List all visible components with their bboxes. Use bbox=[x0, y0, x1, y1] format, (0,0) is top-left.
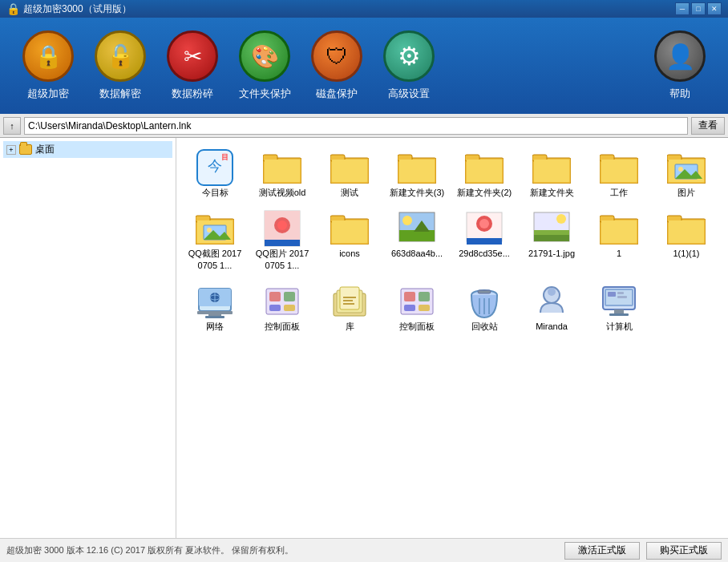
file-grid: 今 目 今目标 测试视频old bbox=[183, 144, 722, 336]
title-bar-left: 🔒 超级加密3000（试用版） bbox=[6, 2, 131, 16]
list-item[interactable]: QQ图片 20170705 1... bbox=[250, 205, 314, 275]
file-name: 回收站 bbox=[471, 321, 498, 332]
list-item[interactable]: 测试 bbox=[317, 144, 382, 202]
list-item[interactable]: Miranda bbox=[520, 278, 584, 336]
minimize-button[interactable]: ─ bbox=[675, 2, 690, 15]
folder-icon-111 bbox=[667, 209, 706, 248]
toolbar-item-folder-protect[interactable]: 🎨 文件夹保护 bbox=[233, 30, 297, 101]
toolbar-item-encrypt[interactable]: 🔒 超级加密 bbox=[16, 30, 80, 101]
list-item[interactable]: 21791-1.jpg bbox=[520, 205, 584, 275]
svg-rect-96 bbox=[617, 292, 624, 294]
library-icon bbox=[330, 282, 369, 321]
status-text: 超级加密 3000 版本 12.16 (C) 2017 版权所有 夏冰软件。 保… bbox=[6, 544, 293, 556]
close-button[interactable]: ✕ bbox=[707, 2, 722, 15]
svg-point-43 bbox=[402, 216, 412, 225]
list-item[interactable]: QQ截图 20170705 1... bbox=[183, 205, 247, 275]
control-panel-icon bbox=[263, 282, 301, 321]
list-item[interactable]: 新建文件夹 bbox=[520, 144, 584, 202]
svg-rect-63 bbox=[208, 311, 221, 316]
svg-rect-87 bbox=[478, 290, 491, 293]
toolbar-item-help[interactable]: 👤 帮助 bbox=[648, 30, 712, 101]
list-item[interactable]: 29d8cd35e... bbox=[452, 205, 516, 275]
window-controls: ─ □ ✕ bbox=[675, 2, 722, 15]
folder-icon-pictures bbox=[667, 148, 706, 187]
address-input[interactable] bbox=[24, 117, 688, 135]
folder-icon-1 bbox=[600, 209, 638, 248]
image-icon-29d bbox=[465, 209, 504, 248]
file-name: 网络 bbox=[206, 321, 224, 332]
list-item[interactable]: 1(1)(1) bbox=[654, 205, 718, 275]
list-item[interactable]: 工作 bbox=[587, 144, 651, 202]
list-item[interactable]: 1 bbox=[587, 205, 651, 275]
tree-expand-icon[interactable]: + bbox=[6, 145, 16, 155]
svg-rect-68 bbox=[269, 292, 281, 301]
image-icon-qqimg bbox=[263, 209, 301, 248]
svg-rect-71 bbox=[284, 305, 295, 311]
computer-icon bbox=[600, 282, 638, 321]
svg-rect-79 bbox=[404, 292, 415, 301]
svg-rect-92 bbox=[614, 309, 624, 313]
toolbar-label-decrypt: 数据解密 bbox=[99, 87, 141, 101]
folder-icon-new2 bbox=[465, 148, 504, 187]
file-name: QQ截图 20170705 1... bbox=[187, 248, 243, 271]
svg-rect-69 bbox=[284, 292, 295, 301]
maximize-button[interactable]: □ bbox=[691, 2, 706, 15]
file-name: 新建文件夹 bbox=[530, 187, 574, 198]
list-item[interactable]: 计算机 bbox=[587, 278, 651, 336]
tree-item-desktop[interactable]: + 桌面 bbox=[3, 141, 172, 158]
nav-back-button[interactable]: ↑ bbox=[3, 117, 21, 135]
file-name: 控制面板 bbox=[399, 321, 435, 332]
status-buttons: 激活正式版 购买正式版 bbox=[564, 542, 722, 560]
buy-button[interactable]: 购买正式版 bbox=[646, 542, 722, 560]
svg-rect-40 bbox=[332, 220, 367, 243]
list-item[interactable]: 今 目 今目标 bbox=[183, 144, 247, 202]
list-item[interactable]: icons bbox=[317, 205, 382, 275]
svg-rect-76 bbox=[343, 300, 353, 301]
recycle-bin-icon bbox=[465, 282, 504, 321]
lock-icon: 🔒 bbox=[22, 30, 74, 82]
file-name: 图片 bbox=[677, 187, 695, 198]
toolbar-item-shred[interactable]: ✂ 数据粉碎 bbox=[160, 30, 224, 101]
image-icon-663 bbox=[398, 209, 436, 248]
svg-rect-81 bbox=[404, 305, 415, 311]
list-item[interactable]: 663d8aa4b... bbox=[385, 205, 449, 275]
list-item[interactable]: 图片 bbox=[654, 144, 718, 202]
list-item[interactable]: 网络 bbox=[183, 278, 247, 336]
list-item[interactable]: 库 bbox=[317, 278, 382, 336]
activate-button[interactable]: 激活正式版 bbox=[564, 542, 640, 560]
unlock-icon: 🔓 bbox=[95, 30, 146, 82]
person-icon: 👤 bbox=[654, 30, 706, 82]
list-item[interactable]: 新建文件夹(3) bbox=[385, 144, 449, 202]
svg-rect-52 bbox=[534, 235, 569, 241]
svg-point-89 bbox=[548, 288, 556, 296]
folder-icon bbox=[19, 144, 32, 155]
svg-rect-77 bbox=[343, 303, 354, 305]
svg-rect-8 bbox=[332, 160, 367, 182]
toolbar-item-disk-protect[interactable]: 🛡 磁盘保护 bbox=[305, 30, 369, 101]
file-name: icons bbox=[339, 248, 360, 259]
svg-rect-48 bbox=[467, 238, 502, 245]
find-button[interactable]: 查看 bbox=[691, 117, 725, 135]
right-panel: 今 目 今目标 测试视频old bbox=[176, 138, 728, 538]
svg-rect-75 bbox=[343, 297, 356, 298]
file-name: 663d8aa4b... bbox=[391, 248, 443, 259]
network-icon bbox=[196, 282, 234, 321]
list-item[interactable]: 测试视频old bbox=[250, 144, 314, 202]
list-item[interactable]: 新建文件夹(2) bbox=[452, 144, 516, 202]
toolbar-item-advanced[interactable]: ⚙ 高级设置 bbox=[377, 30, 441, 101]
toolbar-item-decrypt[interactable]: 🔓 数据解密 bbox=[88, 30, 152, 101]
list-item[interactable]: 控制面板 bbox=[385, 278, 449, 336]
list-item[interactable]: 控制面板 bbox=[250, 278, 314, 336]
toolbar-label-disk-protect: 磁盘保护 bbox=[316, 87, 358, 101]
palette-icon: 🎨 bbox=[239, 30, 290, 82]
folder-icon-new3 bbox=[398, 148, 436, 187]
list-item[interactable]: 回收站 bbox=[452, 278, 516, 336]
file-name: QQ图片 20170705 1... bbox=[254, 248, 310, 271]
up-arrow-icon: ↑ bbox=[10, 121, 14, 131]
toolbar-label-advanced: 高级设置 bbox=[388, 87, 430, 101]
svg-rect-58 bbox=[669, 220, 704, 243]
svg-rect-17 bbox=[534, 160, 569, 182]
shield-icon: 🛡 bbox=[311, 30, 362, 82]
main-content: + 桌面 今 目 今目标 bbox=[0, 138, 728, 538]
file-name: 工作 bbox=[610, 187, 628, 198]
